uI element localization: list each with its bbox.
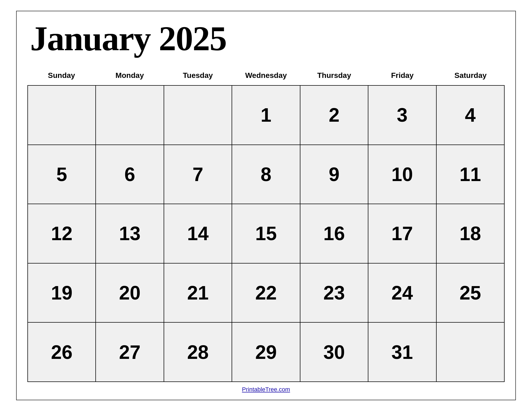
calendar-cell: 20 xyxy=(96,264,164,323)
calendar-cell: 28 xyxy=(164,323,232,382)
day-number: 25 xyxy=(459,283,481,302)
day-number: 9 xyxy=(329,165,339,184)
day-number: 12 xyxy=(51,224,73,243)
day-number: 17 xyxy=(391,224,413,243)
calendar-cell: 11 xyxy=(437,145,505,204)
calendar-cell: 31 xyxy=(368,323,436,382)
calendar-cell: 18 xyxy=(437,204,505,264)
day-number: 27 xyxy=(119,342,141,362)
calendar-cell: 1 xyxy=(232,86,300,145)
day-header-friday: Friday xyxy=(368,68,437,82)
day-number: 31 xyxy=(391,342,413,362)
day-header-monday: Monday xyxy=(96,68,164,82)
day-number: 29 xyxy=(255,342,277,362)
calendar-cell: 27 xyxy=(96,323,164,382)
calendar-cell: 17 xyxy=(368,204,436,264)
calendar-cell: 5 xyxy=(28,145,96,204)
day-number: 30 xyxy=(323,342,345,362)
calendar-cell: 19 xyxy=(28,264,96,323)
day-number: 1 xyxy=(261,105,271,125)
calendar-cell: 10 xyxy=(368,145,436,204)
calendar-cell xyxy=(96,86,164,145)
calendar-cell: 25 xyxy=(437,264,505,323)
day-number: 18 xyxy=(459,224,481,243)
day-number: 11 xyxy=(459,165,481,184)
day-header-wednesday: Wednesday xyxy=(232,68,300,82)
day-number: 5 xyxy=(56,165,67,184)
calendar-cell: 2 xyxy=(300,86,368,145)
day-number: 7 xyxy=(193,165,203,184)
day-number: 8 xyxy=(261,165,271,184)
day-header-thursday: Thursday xyxy=(300,68,368,82)
day-number: 16 xyxy=(323,224,345,243)
day-header-saturday: Saturday xyxy=(436,68,505,82)
calendar-cell: 3 xyxy=(368,86,436,145)
calendar-title: January 2025 xyxy=(27,19,505,58)
day-number: 19 xyxy=(51,283,73,302)
calendar-cell: 22 xyxy=(232,264,300,323)
calendar-cell: 24 xyxy=(368,264,436,323)
calendar-cell: 7 xyxy=(164,145,232,204)
day-number: 13 xyxy=(119,224,141,243)
day-number: 20 xyxy=(119,283,141,302)
day-number: 26 xyxy=(51,342,73,362)
calendar-cell: 13 xyxy=(96,204,164,264)
day-number: 28 xyxy=(187,342,209,362)
day-number: 15 xyxy=(255,224,277,243)
day-number: 4 xyxy=(465,105,476,125)
calendar-cell: 23 xyxy=(300,264,368,323)
calendar-cell: 26 xyxy=(28,323,96,382)
calendar-cell xyxy=(437,323,505,382)
footer-link[interactable]: PrintableTree.com xyxy=(27,382,505,394)
day-number: 6 xyxy=(124,165,135,184)
day-header-sunday: Sunday xyxy=(27,68,96,82)
calendar-cell: 16 xyxy=(300,204,368,264)
calendar-container: January 2025 SundayMondayTuesdayWednesda… xyxy=(16,11,516,400)
calendar-cell: 6 xyxy=(96,145,164,204)
day-number: 2 xyxy=(329,105,339,125)
calendar-cell: 9 xyxy=(300,145,368,204)
day-number: 22 xyxy=(255,283,277,302)
day-number: 10 xyxy=(391,165,413,184)
calendar-cell: 14 xyxy=(164,204,232,264)
day-number: 14 xyxy=(187,224,209,243)
calendar-cell xyxy=(164,86,232,145)
calendar-cell: 4 xyxy=(437,86,505,145)
day-number: 24 xyxy=(391,283,413,302)
calendar-cell: 8 xyxy=(232,145,300,204)
day-number: 3 xyxy=(397,105,408,125)
day-number: 21 xyxy=(187,283,209,302)
calendar-cell: 15 xyxy=(232,204,300,264)
calendar-grid: 1234567891011121314151617181920212223242… xyxy=(27,85,505,382)
calendar-cell: 21 xyxy=(164,264,232,323)
day-header-tuesday: Tuesday xyxy=(164,68,232,82)
day-headers-row: SundayMondayTuesdayWednesdayThursdayFrid… xyxy=(27,68,505,82)
calendar-cell: 29 xyxy=(232,323,300,382)
calendar-cell xyxy=(28,86,96,145)
calendar-cell: 12 xyxy=(28,204,96,264)
calendar-cell: 30 xyxy=(300,323,368,382)
day-number: 23 xyxy=(323,283,345,302)
